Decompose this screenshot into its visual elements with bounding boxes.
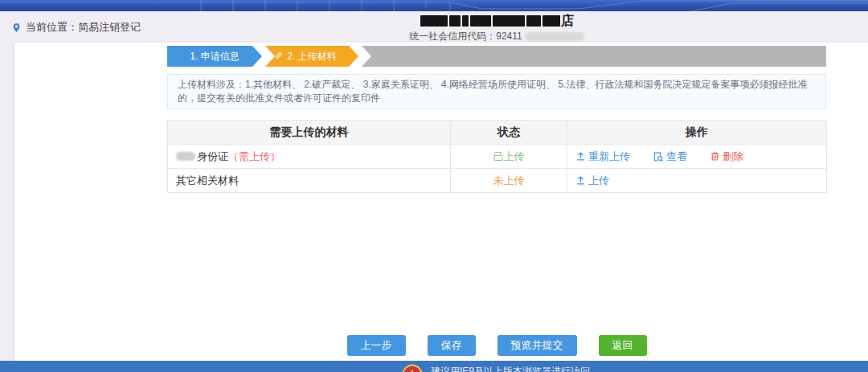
redaction-block [542, 15, 560, 27]
step-wizard: 1. 申请信息 ✎ 2. 上传材料 [167, 43, 826, 67]
operations-cell: 重新上传 查看 [567, 145, 827, 169]
status-cell: 已上传 [451, 145, 567, 169]
need-upload-note: （需上传） [228, 150, 280, 162]
national-emblem-icon [402, 364, 423, 372]
col-header-material: 需要上传的材料 [168, 121, 451, 145]
browser-recommendation-text: 建议用IE9及以上版本浏览器进行访问 [431, 364, 590, 372]
back-button[interactable]: 返回 [599, 335, 647, 356]
circuit-pattern-decoration [0, 0, 868, 11]
breadcrumb: 当前位置：简易注销登记 [11, 20, 141, 35]
material-name: 身份证 [197, 150, 228, 162]
upload-icon [575, 151, 586, 161]
bottom-button-bar: 上一步 保存 预览并提交 返回 [167, 335, 826, 356]
trash-icon [710, 151, 720, 161]
view-link[interactable]: 查看 [653, 149, 687, 164]
save-button[interactable]: 保存 [428, 335, 476, 356]
location-pin-icon [11, 22, 22, 33]
footer-bar: 建议用IE9及以上版本浏览器进行访问 [0, 361, 868, 372]
material-name-cell: 身份证（需上传） [168, 145, 451, 169]
step2-label: 2. 上传材料 [287, 46, 336, 67]
redaction-block [420, 15, 448, 27]
materials-table: 需要上传的材料 状态 操作 身份证（需上传） 已上传 [167, 120, 827, 193]
company-name-redacted: 店 [360, 14, 633, 28]
view-document-icon [653, 151, 664, 162]
credit-code-text: 统一社会信用代码：92411 [409, 31, 522, 42]
step-bar-remainder [349, 46, 826, 67]
status-cell: 未上传 [451, 169, 567, 193]
table-row-idcard: 身份证（需上传） 已上传 重新上传 [168, 145, 827, 169]
status-uploaded-badge: 已上传 [493, 150, 525, 162]
delete-label: 删除 [723, 149, 743, 164]
prev-step-button[interactable]: 上一步 [347, 335, 406, 356]
page-subheader: 当前位置：简易注销登记 店 统一社会信用代码：92411 [0, 11, 868, 43]
redaction-block [526, 15, 541, 27]
redaction-block [470, 15, 491, 27]
upload-link[interactable]: 上传 [575, 174, 609, 188]
entity-header: 店 统一社会信用代码：92411 [360, 14, 633, 43]
main-panel: 1. 申请信息 ✎ 2. 上传材料 上传材料涉及：1.其他材料、 2.破产裁定、… [14, 43, 868, 361]
delete-link[interactable]: 删除 [710, 149, 743, 164]
preview-submit-button[interactable]: 预览并提交 [497, 335, 577, 356]
material-name-cell: 其它相关材料 [168, 169, 451, 193]
breadcrumb-label: 当前位置：简易注销登记 [26, 20, 141, 35]
col-header-status: 状态 [451, 121, 567, 145]
view-label: 查看 [666, 149, 687, 164]
upload-icon [575, 175, 586, 186]
redaction-block [462, 15, 469, 27]
table-header-row: 需要上传的材料 状态 操作 [168, 121, 827, 145]
upload-notice: 上传材料涉及：1.其他材料、 2.破产裁定、 3.家庭关系证明、 4.网络经营场… [167, 74, 826, 109]
credit-code-redaction [525, 32, 584, 41]
reupload-label: 重新上传 [588, 149, 630, 164]
status-not-uploaded-badge: 未上传 [493, 174, 525, 186]
material-name-redaction [176, 152, 195, 161]
pencil-icon: ✎ [274, 46, 283, 67]
company-name-suffix: 店 [561, 14, 574, 27]
material-name: 其它相关材料 [176, 174, 239, 186]
col-header-operation: 操作 [567, 121, 827, 145]
tab-step2-upload-materials[interactable]: ✎ 2. 上传材料 [252, 46, 358, 67]
top-banner-bar [0, 0, 868, 11]
redaction-block [449, 15, 461, 27]
table-row-other-materials: 其它相关材料 未上传 上传 [168, 169, 827, 193]
redaction-block [493, 15, 525, 27]
tab-step1-application-info[interactable]: 1. 申请信息 [167, 46, 262, 67]
reupload-link[interactable]: 重新上传 [575, 149, 630, 164]
credit-code-line: 统一社会信用代码：92411 [360, 30, 633, 43]
upload-label: 上传 [588, 174, 609, 188]
step1-label: 1. 申请信息 [190, 46, 239, 67]
operations-cell: 上传 [567, 169, 827, 193]
